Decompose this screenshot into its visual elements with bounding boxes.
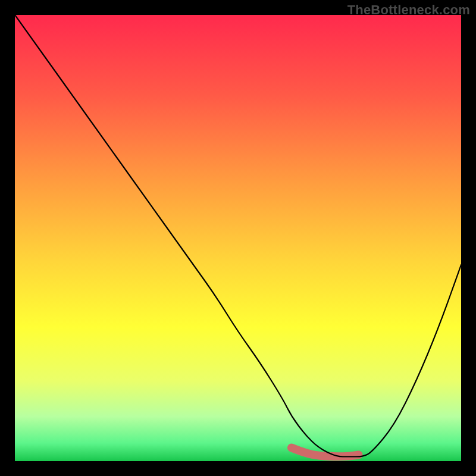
watermark-text: TheBottleneck.com [347,2,470,18]
chart-frame: TheBottleneck.com [0,0,476,476]
gradient-background [15,15,461,461]
optimal-zone-end-dot [355,452,362,459]
plot-area [15,15,461,461]
chart-svg [15,15,461,461]
